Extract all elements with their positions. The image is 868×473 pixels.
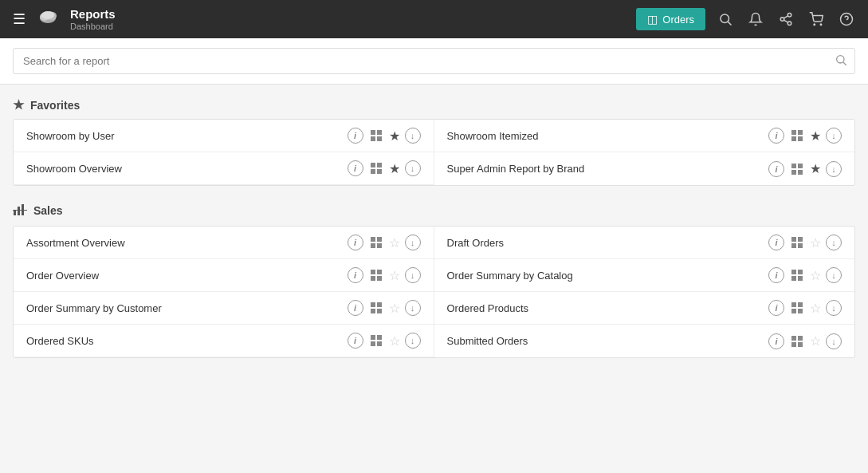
info-icon[interactable]: i (348, 160, 363, 176)
orders-button[interactable]: ◫ Orders (636, 8, 705, 30)
report-name: Showroom Itemized (447, 130, 763, 142)
sales-header: Sales (13, 202, 855, 219)
main-content: ★ Favorites Showroom by User i ★ ↓ (0, 85, 868, 387)
table-row: Assortment Overview i ☆ ↓ (14, 227, 434, 259)
svg-rect-55 (371, 309, 375, 313)
download-icon[interactable]: ↓ (405, 333, 421, 349)
share-icon[interactable] (774, 7, 798, 31)
table-row: Super Admin Report by Brand i ★ ↓ (434, 152, 855, 185)
info-icon[interactable]: i (768, 235, 784, 250)
favorites-card: Showroom by User i ★ ↓ Showroom Itemized (13, 119, 855, 186)
info-icon[interactable]: i (348, 333, 363, 349)
star-icon[interactable]: ☆ (389, 301, 400, 316)
grid-icon[interactable] (368, 300, 384, 316)
info-icon[interactable]: i (768, 128, 784, 144)
svg-rect-61 (371, 335, 375, 340)
star-icon[interactable]: ★ (810, 161, 821, 176)
grid-icon[interactable] (368, 160, 384, 176)
svg-rect-46 (377, 270, 382, 274)
download-icon[interactable]: ↓ (826, 267, 842, 283)
download-icon[interactable]: ↓ (405, 300, 421, 316)
report-name: Order Summary by Catalog (447, 270, 763, 282)
info-icon[interactable]: i (768, 161, 784, 177)
grid-icon[interactable] (789, 267, 805, 283)
cart-icon[interactable] (804, 7, 828, 31)
info-icon[interactable]: i (348, 300, 363, 316)
grid-icon[interactable] (789, 161, 805, 177)
star-icon[interactable]: ☆ (389, 333, 400, 349)
download-icon[interactable]: ↓ (405, 160, 421, 176)
app-subtitle: Dashboard (70, 22, 116, 31)
grid-icon[interactable] (789, 333, 805, 349)
info-icon[interactable]: i (348, 128, 363, 144)
search-container (0, 38, 868, 85)
sales-section: Sales Assortment Overview i ☆ ↓ (13, 202, 855, 358)
svg-point-12 (820, 24, 822, 26)
svg-rect-21 (791, 130, 796, 135)
svg-rect-20 (377, 136, 382, 141)
star-icon[interactable]: ☆ (810, 268, 821, 283)
help-icon[interactable] (835, 7, 858, 31)
bell-icon[interactable] (744, 7, 768, 31)
grid-icon[interactable] (789, 128, 805, 144)
grid-icon[interactable] (789, 300, 805, 316)
svg-rect-49 (791, 270, 796, 274)
table-row: Order Summary by Customer i ☆ ↓ (14, 292, 434, 325)
svg-rect-66 (798, 336, 803, 341)
search-input[interactable] (13, 48, 855, 74)
download-icon[interactable]: ↓ (405, 128, 421, 144)
svg-rect-33 (14, 210, 16, 215)
sales-grid: Assortment Overview i ☆ ↓ Draft Orders i (14, 227, 854, 357)
svg-rect-45 (371, 270, 375, 274)
download-icon[interactable]: ↓ (826, 300, 842, 316)
report-name: Order Overview (26, 270, 341, 282)
menu-icon[interactable]: ☰ (10, 7, 29, 31)
grid-icon[interactable] (368, 267, 384, 283)
svg-rect-54 (377, 302, 382, 307)
info-icon[interactable]: i (768, 267, 784, 283)
svg-rect-38 (377, 237, 382, 242)
grid-icon[interactable] (368, 333, 384, 349)
orders-icon: ◫ (647, 13, 658, 26)
report-name: Showroom by User (26, 130, 341, 142)
star-icon[interactable]: ☆ (810, 333, 821, 349)
report-name: Draft Orders (447, 237, 763, 249)
grid-icon[interactable] (368, 235, 384, 250)
star-icon[interactable]: ★ (389, 128, 400, 144)
info-icon[interactable]: i (768, 333, 784, 349)
svg-rect-64 (377, 341, 382, 346)
grid-icon[interactable] (368, 128, 384, 144)
star-icon[interactable]: ☆ (810, 235, 821, 250)
sales-card: Assortment Overview i ☆ ↓ Draft Orders i (13, 226, 855, 358)
star-icon[interactable]: ☆ (389, 268, 400, 283)
table-row: Draft Orders i ☆ ↓ (434, 227, 855, 259)
grid-icon[interactable] (789, 235, 805, 250)
svg-rect-59 (791, 309, 796, 313)
table-row: Order Overview i ☆ ↓ (14, 259, 434, 292)
star-icon[interactable]: ★ (389, 161, 400, 176)
svg-rect-57 (791, 302, 796, 307)
table-row: Submitted Orders i ☆ ↓ (434, 325, 855, 357)
svg-rect-63 (371, 341, 375, 346)
download-icon[interactable]: ↓ (826, 333, 842, 349)
download-icon[interactable]: ↓ (405, 267, 421, 283)
download-icon[interactable]: ↓ (826, 235, 842, 250)
svg-rect-39 (371, 243, 375, 248)
table-row: Showroom Itemized i ★ ↓ (434, 120, 855, 152)
search-icon[interactable] (713, 7, 737, 31)
download-icon[interactable]: ↓ (826, 161, 842, 177)
info-icon[interactable]: i (348, 235, 363, 250)
svg-rect-29 (791, 164, 796, 168)
download-icon[interactable]: ↓ (405, 235, 421, 250)
star-icon[interactable]: ★ (810, 128, 821, 144)
download-icon[interactable]: ↓ (826, 128, 842, 144)
svg-rect-53 (371, 302, 375, 307)
svg-rect-47 (371, 276, 375, 281)
info-icon[interactable]: i (768, 300, 784, 316)
search-wrapper (13, 48, 855, 74)
star-icon[interactable]: ☆ (389, 235, 400, 250)
star-icon[interactable]: ☆ (810, 301, 821, 316)
info-icon[interactable]: i (348, 267, 363, 283)
svg-rect-25 (371, 163, 375, 168)
sales-label: Sales (33, 204, 63, 217)
